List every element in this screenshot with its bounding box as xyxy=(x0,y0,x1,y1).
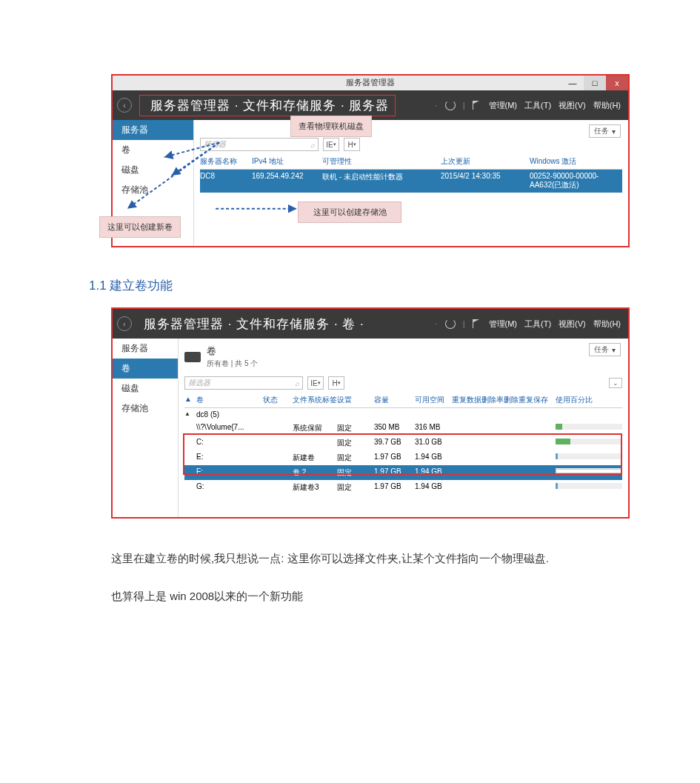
sidebar-item-disks[interactable]: 磁盘 xyxy=(113,160,193,180)
menu-tools[interactable]: 工具(T) xyxy=(524,319,551,330)
col-manage[interactable]: 可管理性 xyxy=(322,156,441,167)
sidebar-item-volumes[interactable]: 卷 xyxy=(113,140,193,160)
server-row-selected[interactable]: DC8 169.254.49.242 联机 - 未启动性能计数器 2015/4/… xyxy=(200,170,622,193)
volumes-group-row[interactable]: ▲ dc8 (5) xyxy=(184,408,622,421)
refresh-icon[interactable] xyxy=(445,319,456,329)
filter-h-button[interactable]: H▾ xyxy=(328,376,344,390)
window-close[interactable]: x xyxy=(606,76,628,90)
cell: E: xyxy=(196,453,263,463)
search-input[interactable]: 筛选器 ⌕ xyxy=(200,138,319,151)
col-free[interactable]: 可用空间 xyxy=(415,395,452,405)
cell xyxy=(263,438,293,448)
tasks-dropdown[interactable]: 任务▾ xyxy=(589,124,621,138)
cell: 1.97 GB xyxy=(374,482,415,493)
servers-grid-header: 服务器名称 IPv4 地址 可管理性 上次更新 Windows 激活 xyxy=(200,154,622,170)
filter-ie-button[interactable]: IE▾ xyxy=(323,138,339,151)
cell xyxy=(293,438,337,448)
cell: 固定 xyxy=(337,423,374,433)
cell: G: xyxy=(196,482,263,493)
filter-h-button[interactable]: H▾ xyxy=(344,138,360,151)
cell: 系统保留 xyxy=(293,423,337,433)
volume-row[interactable]: F:卷 2固定1.97 GB1.94 GB xyxy=(184,465,622,480)
breadcrumb-highlight: 服务器管理器 · 文件和存储服务 · 服务器 xyxy=(139,95,396,116)
tasks-dropdown[interactable]: 任务▾ xyxy=(589,343,621,356)
col-dedup-save[interactable]: 删除重复保存 xyxy=(504,395,556,405)
menu-manage[interactable]: 管理(M) xyxy=(489,319,518,330)
volumes-grid-header: ▲ 卷 状态 文件系统标签 设置 容量 可用空间 重复数据删除率 删除重复保存 … xyxy=(184,393,622,408)
menu-view[interactable]: 视图(V) xyxy=(559,319,586,330)
sidebar-item-volumes[interactable]: 卷 xyxy=(113,359,178,379)
refresh-icon[interactable] xyxy=(445,100,456,110)
col-update[interactable]: 上次更新 xyxy=(441,156,530,167)
menu-view[interactable]: 视图(V) xyxy=(559,100,586,111)
cell-update: 2015/4/2 14:30:35 xyxy=(441,172,530,190)
cell xyxy=(184,423,196,433)
tasks-label: 任务 xyxy=(594,126,609,136)
document-page: 服务器管理器 — □ x ‹ 服务器管理器 · 文件和存储服务 · 服务器 · … xyxy=(0,0,700,668)
breadcrumb[interactable]: 服务器管理器 · 文件和存储服务 · 服务器 xyxy=(146,99,389,113)
volume-row[interactable]: \\?\Volume{7...系统保留固定350 MB316 MB xyxy=(184,421,622,436)
nav-back-button[interactable]: ‹ xyxy=(117,98,132,113)
window-title: 服务器管理器 xyxy=(346,77,395,88)
usage-bar xyxy=(556,438,622,448)
volume-row[interactable]: E:新建卷固定1.97 GB1.94 GB xyxy=(184,450,622,465)
cell: 1.97 GB xyxy=(374,453,415,463)
sidebar-item-disks[interactable]: 磁盘 xyxy=(113,379,178,399)
sidebar-item-pools[interactable]: 存储池 xyxy=(113,180,193,200)
menu-help[interactable]: 帮助(H) xyxy=(593,319,621,330)
flag-icon[interactable] xyxy=(473,101,481,110)
filter-ie-button[interactable]: IE▾ xyxy=(307,376,324,390)
cell: 卷 2 xyxy=(293,467,337,478)
cell xyxy=(504,467,556,478)
group-toggle-icon: ▲ xyxy=(184,410,196,419)
col-device[interactable]: 设置 xyxy=(337,395,374,405)
col-cap[interactable]: 容量 xyxy=(374,395,415,405)
cell xyxy=(184,438,196,448)
usage-bar xyxy=(556,482,622,493)
sidebar-item-pools[interactable]: 存储池 xyxy=(113,399,178,419)
col-activate[interactable]: Windows 激活 xyxy=(530,156,622,167)
cell xyxy=(452,453,504,463)
search-row: 筛选器 ⌕ IE▾ H▾ ⌄ xyxy=(184,376,622,390)
sidebar-item-servers[interactable]: 服务器 xyxy=(113,339,178,359)
window-minimize[interactable]: — xyxy=(561,76,584,90)
cell: 固定 xyxy=(337,467,374,478)
cell xyxy=(263,423,293,433)
volume-row[interactable]: C:固定39.7 GB31.0 GB xyxy=(184,436,622,450)
cell-manage: 联机 - 未启动性能计数器 xyxy=(322,172,441,190)
col-name[interactable]: 服务器名称 xyxy=(200,156,252,167)
nav-back-button[interactable]: ‹ xyxy=(117,316,132,331)
cell xyxy=(184,467,196,478)
col-status[interactable]: 状态 xyxy=(263,395,293,405)
expand-button[interactable]: ⌄ xyxy=(609,378,622,388)
cell xyxy=(263,453,293,463)
cell-activate: 00252-90000-00000-AA632(已激活) xyxy=(530,172,622,190)
cell: 新建卷 xyxy=(293,453,337,463)
search-input[interactable]: 筛选器 ⌕ xyxy=(184,376,303,390)
cell xyxy=(263,482,293,493)
cell xyxy=(504,453,556,463)
cell xyxy=(184,453,196,463)
section-heading-1-1: 1.1 建立卷功能 xyxy=(89,277,656,294)
window-maximize[interactable]: □ xyxy=(584,76,606,90)
window-titlebar: 服务器管理器 — □ x xyxy=(113,76,628,90)
col-fslabel[interactable]: 文件系统标签 xyxy=(293,395,337,405)
menu-manage[interactable]: 管理(M) xyxy=(489,100,518,111)
menu-help[interactable]: 帮助(H) xyxy=(593,100,621,111)
paragraph-2: 也算得上是 win 2008以来的一个新功能 xyxy=(111,586,656,606)
col-ip[interactable]: IPv4 地址 xyxy=(252,156,322,167)
col-flag[interactable]: ▲ xyxy=(184,395,196,405)
breadcrumb[interactable]: 服务器管理器 · 文件和存储服务 · 卷 · xyxy=(139,316,364,333)
sidebar-item-servers[interactable]: 服务器 xyxy=(113,120,193,140)
cell: F: xyxy=(196,467,263,478)
cell xyxy=(452,438,504,448)
cell: 31.0 GB xyxy=(415,438,452,448)
col-usage[interactable]: 使用百分比 xyxy=(556,395,622,405)
col-vol[interactable]: 卷 xyxy=(196,395,263,405)
cell: 1.94 GB xyxy=(415,467,452,478)
flag-icon[interactable] xyxy=(473,319,481,328)
menu-tools[interactable]: 工具(T) xyxy=(524,100,551,111)
panel-title: 卷 xyxy=(207,345,216,356)
col-dedup[interactable]: 重复数据删除率 xyxy=(452,395,504,405)
volume-row[interactable]: G:新建卷3固定1.97 GB1.94 GB xyxy=(184,480,622,495)
